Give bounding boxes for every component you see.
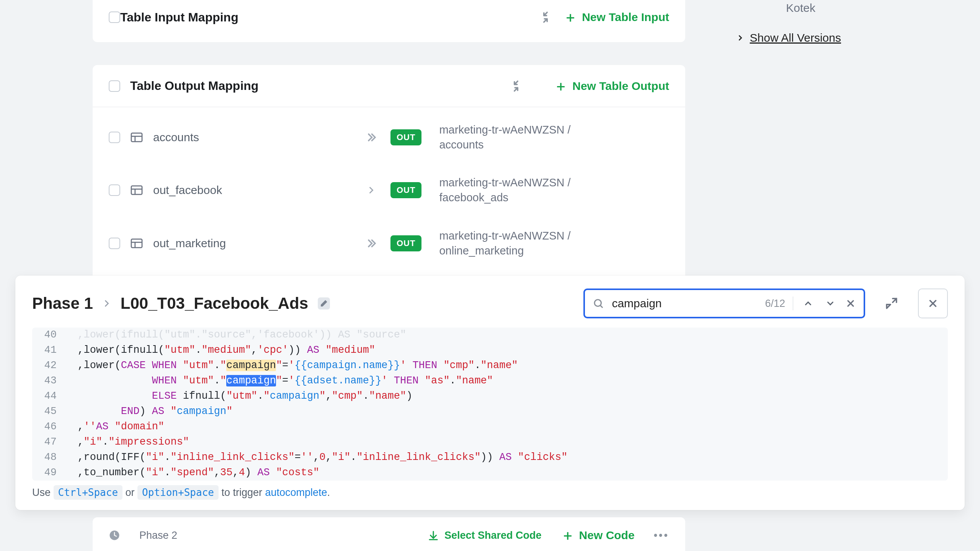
row-checkbox[interactable] (109, 132, 120, 143)
code-line[interactable]: 43 WHEN "utm"."campaign"='{{adset.name}}… (32, 373, 948, 389)
row-name: out_marketing (153, 237, 352, 250)
edit-icon[interactable] (317, 296, 331, 311)
line-number: 41 (32, 343, 65, 358)
search-input[interactable] (612, 297, 757, 310)
table-icon (130, 185, 143, 196)
code-line[interactable]: 41 ,lower(ifnull("utm"."medium",'cpc')) … (32, 343, 948, 358)
select-shared-code-button[interactable]: Select Shared Code (428, 530, 542, 541)
collapse-icon[interactable] (510, 80, 523, 93)
line-number: 46 (32, 419, 65, 435)
code-line[interactable]: 49 ,to_number("i"."spend",35,4) AS "cost… (32, 465, 948, 481)
version-author: Kotek (786, 2, 815, 15)
table-row[interactable]: accounts OUT marketing-tr-wAeNWZSN /acco… (93, 111, 685, 164)
phase-footer: Phase 2 Select Shared Code ＋ New Code ••… (93, 517, 685, 551)
autocomplete-hint: Use Ctrl+Space or Option+Space to trigge… (15, 481, 965, 499)
search-icon (593, 298, 604, 309)
svg-point-10 (595, 300, 601, 306)
search-clear-button[interactable] (845, 298, 856, 309)
code-line[interactable]: 45 END) AS "campaign" (32, 404, 948, 419)
out-badge: OUT (390, 129, 421, 145)
more-icon[interactable]: ••• (654, 530, 669, 541)
code-line[interactable]: 47 ,"i"."impressions" (32, 435, 948, 450)
line-number: 47 (32, 435, 65, 450)
new-table-input-label: New Table Input (582, 11, 669, 24)
chevron-icon[interactable] (362, 131, 381, 144)
new-code-label: New Code (579, 529, 635, 542)
code-editor[interactable]: 40 ,lower(ifnull("utm"."source",'faceboo… (32, 328, 948, 481)
divider (793, 297, 793, 310)
svg-rect-6 (131, 239, 142, 248)
expand-button[interactable] (877, 289, 906, 318)
breadcrumb: Phase 1 L00_T03_Facebook_Ads (32, 294, 575, 313)
select-shared-label: Select Shared Code (444, 530, 542, 541)
table-input-title: Table Input Mapping (120, 10, 539, 24)
line-number: 45 (32, 404, 65, 419)
svg-rect-0 (131, 133, 142, 142)
breadcrumb-phase[interactable]: Phase 1 (32, 294, 93, 313)
row-destination: marketing-tr-wAeNWZSN /online_marketing (439, 228, 570, 258)
table-output-title: Table Output Mapping (130, 79, 500, 93)
table-icon (130, 132, 143, 143)
show-all-versions-link[interactable]: Show All Versions (736, 31, 841, 44)
code-line[interactable]: 40 ,lower(ifnull("utm"."source",'faceboo… (32, 328, 948, 343)
table-icon (130, 238, 143, 249)
out-badge: OUT (390, 182, 421, 198)
search-next-button[interactable] (823, 298, 838, 308)
line-number: 44 (32, 389, 65, 404)
line-number: 42 (32, 358, 65, 373)
chevron-right-icon (101, 298, 112, 309)
breadcrumb-item[interactable]: L00_T03_Facebook_Ads (121, 294, 308, 313)
collapse-icon[interactable] (539, 11, 552, 24)
code-line[interactable]: 48 ,round(IFF("i"."inline_link_clicks"='… (32, 450, 948, 465)
new-table-output-label: New Table Output (572, 80, 669, 93)
row-checkbox[interactable] (109, 238, 120, 249)
code-editor-panel: Phase 1 L00_T03_Facebook_Ads 6/12 (15, 276, 965, 510)
svg-line-11 (601, 306, 603, 308)
close-panel-button[interactable] (918, 289, 948, 318)
table-input-checkbox[interactable] (109, 11, 120, 23)
code-line[interactable]: 42 ,lower(CASE WHEN "utm"."campaign"='{{… (32, 358, 948, 373)
line-number: 48 (32, 450, 65, 465)
search-box[interactable]: 6/12 (583, 289, 865, 318)
code-line[interactable]: 46 ,''AS "domain" (32, 419, 948, 435)
code-line[interactable]: 44 ELSE ifnull("utm"."campaign","cmp"."n… (32, 389, 948, 404)
new-table-input-button[interactable]: ＋ New Table Input (564, 11, 669, 24)
arrow-down-icon (428, 530, 439, 541)
new-table-output-button[interactable]: ＋ New Table Output (554, 80, 669, 93)
row-checkbox[interactable] (109, 184, 120, 196)
row-destination: marketing-tr-wAeNWZSN /facebook_ads (439, 175, 570, 205)
autocomplete-link[interactable]: autocomplete (265, 487, 327, 498)
chevron-icon[interactable] (362, 237, 381, 250)
kbd-option-space: Option+Space (137, 485, 219, 500)
table-output-checkbox[interactable] (109, 80, 120, 92)
new-code-button[interactable]: ＋ New Code (561, 529, 635, 542)
row-name: out_facebook (153, 184, 352, 197)
svg-rect-3 (131, 186, 142, 194)
clock-icon (109, 530, 120, 541)
row-destination: marketing-tr-wAeNWZSN /accounts (439, 122, 570, 152)
table-input-card: Table Input Mapping ＋ New Table Input (93, 0, 685, 42)
table-row[interactable]: out_marketing OUT marketing-tr-wAeNWZSN … (93, 217, 685, 270)
show-all-versions-label: Show All Versions (750, 31, 841, 44)
search-prev-button[interactable] (801, 298, 815, 308)
chevron-right-icon (736, 34, 745, 42)
out-badge: OUT (390, 235, 421, 251)
phase-2-label[interactable]: Phase 2 (139, 530, 177, 541)
table-output-card: Table Output Mapping ＋ New Table Output … (93, 65, 685, 281)
search-count: 6/12 (765, 298, 785, 310)
line-number: 43 (32, 373, 65, 389)
kbd-ctrl-space: Ctrl+Space (54, 485, 123, 500)
chevron-icon[interactable] (362, 185, 381, 196)
line-number: 49 (32, 465, 65, 481)
row-name: accounts (153, 131, 352, 144)
line-number: 40 (32, 328, 65, 343)
table-row[interactable]: out_facebook OUT marketing-tr-wAeNWZSN /… (93, 164, 685, 217)
